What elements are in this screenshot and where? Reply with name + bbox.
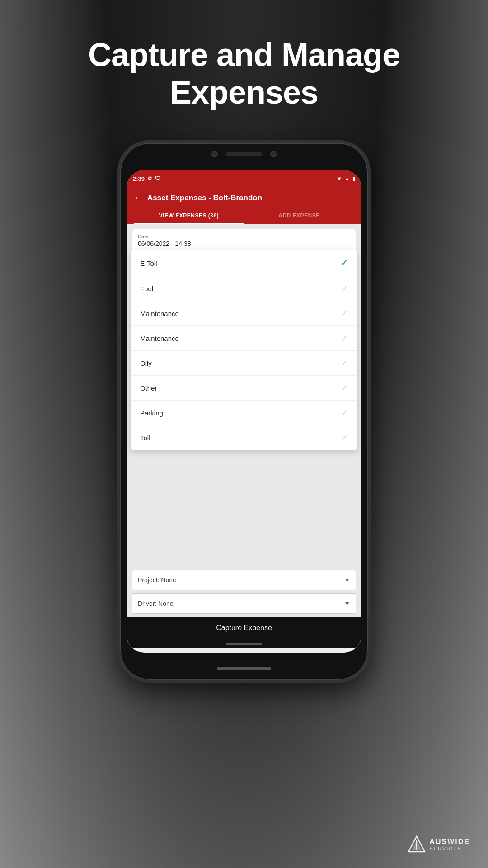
settings-icon: ⚙	[147, 175, 152, 182]
check-unselected-icon: ✓	[341, 308, 348, 318]
page-title: Capture and Manage Expenses	[0, 0, 488, 111]
app-header: ← Asset Expenses - Bolt-Brandon VIEW EXP…	[127, 187, 361, 224]
dropdown-item-parking[interactable]: Parking ✓	[131, 401, 357, 425]
speaker-slot	[226, 152, 262, 156]
phone-bottom-bar	[217, 667, 271, 670]
status-time: 2:39	[133, 175, 145, 182]
capture-expense-button[interactable]: Capture Expense	[127, 617, 361, 639]
tab-view-expenses[interactable]: VIEW EXPENSES (36)	[134, 208, 244, 224]
check-selected-icon: ✓	[340, 258, 348, 269]
dropdown-item-etoll[interactable]: E-Toll ✓	[131, 250, 357, 276]
date-field[interactable]: Date 06/06/2022 - 14:38	[132, 229, 356, 252]
brand-name: AUSWIDE	[429, 838, 470, 846]
chevron-down-icon: ▼	[344, 576, 350, 584]
header-title: Asset Expenses - Bolt-Brandon	[147, 193, 262, 203]
home-indicator	[127, 639, 361, 648]
check-unselected-icon: ✓	[341, 283, 348, 293]
check-unselected-icon: ✓	[341, 408, 348, 418]
date-value: 06/06/2022 - 14:38	[138, 240, 350, 247]
status-bar: 2:39 ⚙ 🛡 ▼ ▲ ▮	[127, 170, 361, 187]
home-bar	[226, 643, 262, 645]
battery-icon: ▮	[352, 176, 355, 182]
camera-front-right	[270, 151, 277, 157]
driver-select[interactable]: Driver: None ▼	[132, 593, 356, 614]
project-select[interactable]: Project: None ▼	[132, 570, 356, 590]
location-icon: 🛡	[155, 175, 160, 182]
camera-front-left	[211, 151, 218, 157]
chevron-down-icon: ▼	[344, 600, 350, 607]
check-unselected-icon: ✓	[341, 333, 348, 343]
dropdown-item-maintenance1[interactable]: Maintenance ✓	[131, 301, 357, 326]
phone-screen: 2:39 ⚙ 🛡 ▼ ▲ ▮ ← Asset Expenses - Bolt-B…	[127, 170, 361, 653]
signal-icon: ▲	[345, 176, 350, 181]
phone-device: 2:39 ⚙ 🛡 ▼ ▲ ▮ ← Asset Expenses - Bolt-B…	[117, 140, 371, 683]
check-unselected-icon: ✓	[341, 383, 348, 393]
tab-add-expense[interactable]: ADD EXPENSE	[244, 208, 354, 224]
dropdown-item-toll[interactable]: Toll ✓	[131, 425, 357, 450]
dropdown-item-fuel[interactable]: Fuel ✓	[131, 276, 357, 301]
wifi-icon: ▼	[336, 175, 342, 182]
dropdown-item-oily[interactable]: Oily ✓	[131, 351, 357, 376]
check-unselected-icon: ✓	[341, 358, 348, 368]
check-unselected-icon: ✓	[341, 433, 348, 443]
date-label: Date	[138, 234, 350, 239]
brand-tagline: SERVICES	[429, 846, 470, 851]
brand-icon	[408, 835, 426, 854]
content-area: Date 06/06/2022 - 14:38 E-Toll ✓ Fuel ✓	[127, 224, 361, 648]
dropdown-item-other[interactable]: Other ✓	[131, 376, 357, 401]
brand-logo: AUSWIDE SERVICES	[408, 835, 470, 854]
expense-type-dropdown[interactable]: E-Toll ✓ Fuel ✓ Maintenance ✓ Maintenanc…	[131, 250, 357, 450]
dropdown-item-maintenance2[interactable]: Maintenance ✓	[131, 326, 357, 351]
bottom-form-area: Project: None ▼ Driver: None ▼ Capture E…	[127, 567, 361, 648]
back-button[interactable]: ←	[134, 193, 143, 203]
header-tabs: VIEW EXPENSES (36) ADD EXPENSE	[134, 208, 354, 224]
